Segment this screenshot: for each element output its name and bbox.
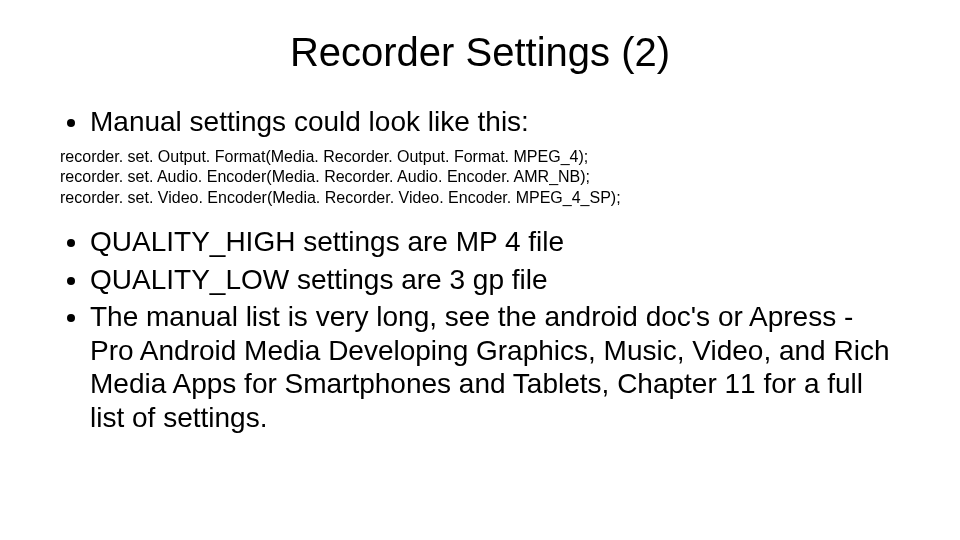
code-line-1: recorder. set. Output. Format(Media. Rec…: [60, 147, 900, 168]
bullet-quality-low: QUALITY_LOW settings are 3 gp file: [90, 263, 900, 297]
code-line-2: recorder. set. Audio. Encoder(Media. Rec…: [60, 167, 900, 188]
code-line-3: recorder. set. Video. Encoder(Media. Rec…: [60, 188, 900, 209]
bullet-quality-high: QUALITY_HIGH settings are MP 4 file: [90, 225, 900, 259]
code-block: recorder. set. Output. Format(Media. Rec…: [60, 147, 900, 209]
bullet-list-1: Manual settings could look like this:: [60, 105, 900, 139]
bullet-manual-settings: Manual settings could look like this:: [90, 105, 900, 139]
slide: Recorder Settings (2) Manual settings co…: [0, 0, 960, 540]
slide-title: Recorder Settings (2): [60, 30, 900, 75]
bullet-manual-list: The manual list is very long, see the an…: [90, 300, 900, 434]
bullet-list-2: QUALITY_HIGH settings are MP 4 file QUAL…: [60, 225, 900, 435]
